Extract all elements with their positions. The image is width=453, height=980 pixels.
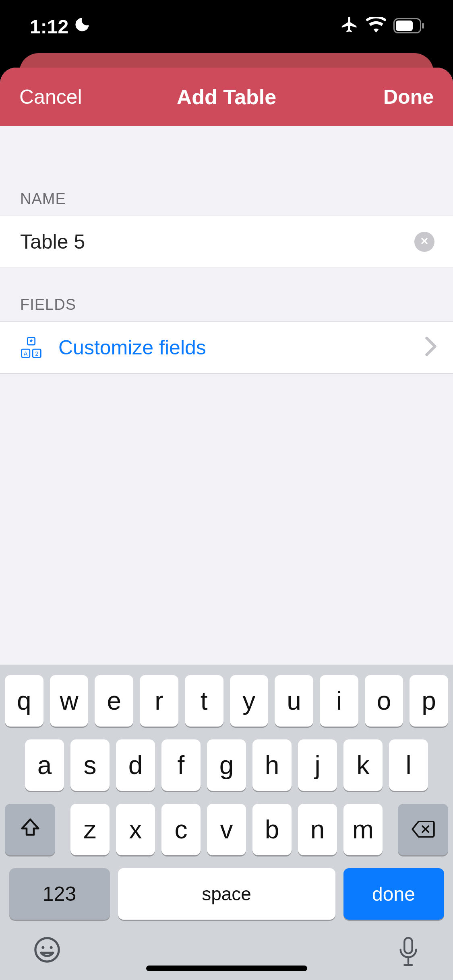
modal-sheet: Cancel Add Table Done NAME FIELDS A bbox=[0, 68, 453, 980]
svg-rect-2 bbox=[422, 23, 424, 29]
key-q[interactable]: q bbox=[5, 675, 43, 727]
cancel-button[interactable]: Cancel bbox=[19, 85, 82, 109]
key-h[interactable]: h bbox=[252, 739, 292, 791]
keyboard-row-2: asdfghjkl bbox=[5, 739, 448, 791]
status-bar: 1:12 bbox=[0, 0, 453, 53]
key-f[interactable]: f bbox=[161, 739, 201, 791]
key-t[interactable]: t bbox=[185, 675, 223, 727]
key-b[interactable]: b bbox=[252, 804, 292, 855]
key-u[interactable]: u bbox=[275, 675, 313, 727]
fields-icon: A 2 bbox=[20, 337, 42, 359]
emoji-icon[interactable] bbox=[33, 936, 61, 969]
key-c[interactable]: c bbox=[161, 804, 201, 855]
section-label-name: NAME bbox=[0, 190, 453, 216]
svg-point-8 bbox=[35, 938, 59, 961]
key-j[interactable]: j bbox=[298, 739, 337, 791]
dictation-icon[interactable] bbox=[397, 936, 420, 969]
key-x[interactable]: x bbox=[116, 804, 155, 855]
keyboard: qwertyuiop asdfghjkl zxcvbnm 123 space d… bbox=[0, 665, 453, 980]
do-not-disturb-icon bbox=[73, 16, 91, 38]
svg-text:A: A bbox=[24, 350, 28, 356]
space-key[interactable]: space bbox=[118, 868, 335, 920]
airplane-mode-icon bbox=[340, 15, 359, 38]
svg-rect-1 bbox=[396, 21, 413, 31]
numbers-key[interactable]: 123 bbox=[9, 868, 110, 920]
key-p[interactable]: p bbox=[410, 675, 448, 727]
key-w[interactable]: w bbox=[50, 675, 89, 727]
backspace-icon bbox=[411, 815, 436, 844]
keyboard-row-bottom: 123 space done bbox=[5, 868, 448, 920]
key-y[interactable]: y bbox=[230, 675, 269, 727]
shift-icon bbox=[19, 815, 41, 844]
section-label-fields: FIELDS bbox=[0, 296, 453, 321]
status-time: 1:12 bbox=[30, 16, 68, 38]
key-s[interactable]: s bbox=[70, 739, 110, 791]
key-a[interactable]: a bbox=[25, 739, 64, 791]
close-icon bbox=[420, 236, 429, 247]
battery-icon bbox=[393, 16, 425, 38]
wifi-icon bbox=[366, 16, 386, 38]
key-z[interactable]: z bbox=[70, 804, 110, 855]
svg-point-10 bbox=[50, 946, 53, 949]
svg-point-9 bbox=[41, 946, 44, 949]
key-g[interactable]: g bbox=[207, 739, 246, 791]
svg-rect-11 bbox=[404, 938, 412, 953]
keyboard-row-1: qwertyuiop bbox=[5, 675, 448, 727]
key-k[interactable]: k bbox=[343, 739, 383, 791]
clear-text-button[interactable] bbox=[414, 232, 434, 252]
key-e[interactable]: e bbox=[95, 675, 133, 727]
key-m[interactable]: m bbox=[343, 804, 383, 855]
svg-text:2: 2 bbox=[35, 350, 38, 356]
key-r[interactable]: r bbox=[140, 675, 178, 727]
shift-key[interactable] bbox=[5, 804, 55, 855]
modal-title: Add Table bbox=[177, 85, 276, 109]
chevron-right-icon bbox=[425, 334, 437, 362]
key-o[interactable]: o bbox=[365, 675, 403, 727]
home-indicator[interactable] bbox=[146, 966, 307, 971]
modal-header: Cancel Add Table Done bbox=[0, 68, 453, 126]
key-d[interactable]: d bbox=[116, 739, 155, 791]
keyboard-row-3: zxcvbnm bbox=[5, 804, 448, 855]
keyboard-footer bbox=[5, 924, 448, 980]
customize-fields-label: Customize fields bbox=[58, 336, 206, 359]
name-cell[interactable] bbox=[0, 216, 453, 268]
keyboard-done-key[interactable]: done bbox=[343, 868, 444, 920]
table-name-input[interactable] bbox=[20, 230, 405, 253]
done-button[interactable]: Done bbox=[383, 85, 434, 109]
key-n[interactable]: n bbox=[298, 804, 337, 855]
backspace-key[interactable] bbox=[398, 804, 448, 855]
key-i[interactable]: i bbox=[320, 675, 358, 727]
key-l[interactable]: l bbox=[389, 739, 428, 791]
customize-fields-cell[interactable]: A 2 Customize fields bbox=[0, 321, 453, 374]
key-v[interactable]: v bbox=[207, 804, 246, 855]
